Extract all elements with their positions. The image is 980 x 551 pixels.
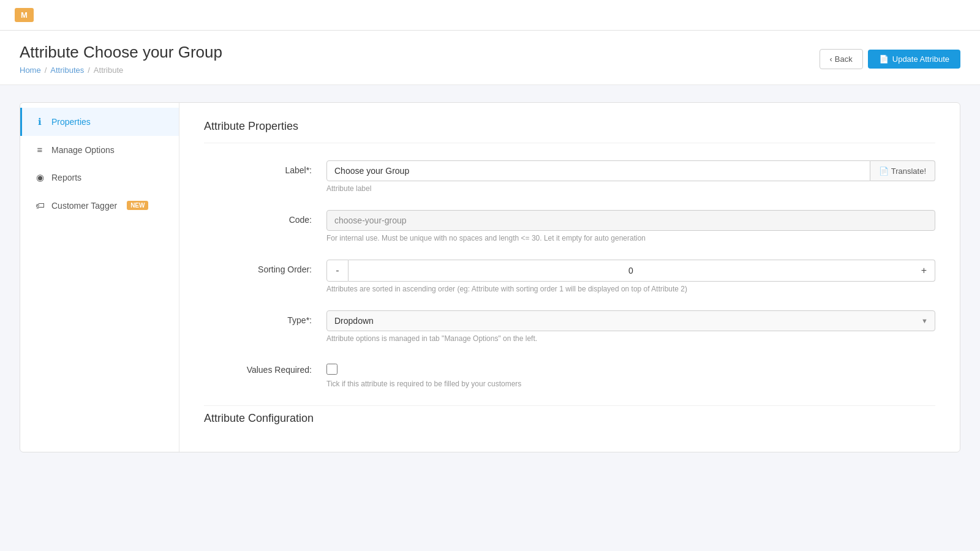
section-title: Attribute Properties — [204, 120, 935, 143]
top-bar: M — [0, 0, 980, 31]
translate-icon: 📄 — [879, 167, 889, 176]
page-header-left: Attribute Choose your Group Home / Attri… — [20, 43, 222, 75]
sidebar: ℹ Properties ≡ Manage Options ◉ Reports … — [20, 103, 179, 452]
tag-icon: 🏷 — [34, 200, 45, 211]
sort-plus-button[interactable]: + — [913, 260, 935, 282]
type-field-label: Type*: — [204, 310, 326, 325]
code-field-row: Code: For internal use. Must be unique w… — [204, 210, 935, 242]
back-chevron-icon: ‹ — [830, 54, 832, 64]
update-attribute-button[interactable]: 📄 Update Attribute — [868, 50, 960, 69]
update-label: Update Attribute — [892, 54, 949, 64]
logo: M — [15, 8, 34, 22]
sorting-order-field-row: Sorting Order: - + Attributes are sorted… — [204, 260, 935, 293]
type-field-hint: Attribute options is managed in tab "Man… — [326, 334, 935, 343]
values-required-hint: Tick if this attribute is required to be… — [326, 380, 935, 388]
type-select[interactable]: Dropdown Text Date Yes/No — [326, 310, 935, 331]
values-required-wrap: Tick if this attribute is required to be… — [326, 360, 935, 388]
sidebar-item-reports[interactable]: ◉ Reports — [20, 163, 179, 192]
breadcrumb-current: Attribute — [94, 66, 123, 75]
list-icon: ≡ — [34, 144, 45, 155]
code-field-label: Code: — [204, 210, 326, 225]
sidebar-item-manage-options-label: Manage Options — [51, 145, 115, 155]
sort-minus-button[interactable]: - — [326, 260, 349, 282]
type-field-wrap: Dropdown Text Date Yes/No Attribute opti… — [326, 310, 935, 343]
code-input[interactable] — [326, 210, 935, 231]
header-actions: ‹ Back 📄 Update Attribute — [820, 49, 960, 69]
reports-icon: ◉ — [34, 172, 45, 183]
main-card: ℹ Properties ≡ Manage Options ◉ Reports … — [20, 102, 960, 452]
sorting-order-hint: Attributes are sorted in ascending order… — [326, 285, 935, 293]
new-badge: NEW — [127, 201, 148, 210]
info-icon: ℹ — [34, 116, 45, 127]
breadcrumb-home[interactable]: Home — [20, 66, 41, 75]
sorting-control: - + — [326, 260, 935, 282]
type-select-wrap: Dropdown Text Date Yes/No — [326, 310, 935, 331]
translate-label: Translate! — [891, 167, 926, 176]
sidebar-item-properties[interactable]: ℹ Properties — [20, 108, 179, 136]
breadcrumb-sep-2: / — [88, 66, 90, 75]
content-wrapper: ℹ Properties ≡ Manage Options ◉ Reports … — [0, 85, 980, 470]
main-form: Attribute Properties Label*: 📄 Translate… — [179, 103, 960, 452]
page-header: Attribute Choose your Group Home / Attri… — [0, 31, 980, 85]
values-required-row: Values Required: Tick if this attribute … — [204, 360, 935, 388]
section-title-2: Attribute Configuration — [204, 405, 935, 435]
update-icon: 📄 — [879, 54, 889, 64]
back-button[interactable]: ‹ Back — [820, 49, 863, 69]
values-required-checkbox[interactable] — [326, 364, 337, 375]
label-input[interactable] — [326, 160, 870, 181]
breadcrumb: Home / Attributes / Attribute — [20, 66, 222, 75]
label-input-group: 📄 Translate! — [326, 160, 935, 181]
sort-value-input[interactable] — [349, 260, 913, 282]
translate-button[interactable]: 📄 Translate! — [870, 160, 935, 181]
sorting-order-label: Sorting Order: — [204, 260, 326, 274]
label-field-row: Label*: 📄 Translate! Attribute label — [204, 160, 935, 193]
type-field-row: Type*: Dropdown Text Date Yes/No Attribu… — [204, 310, 935, 343]
breadcrumb-attributes[interactable]: Attributes — [50, 66, 84, 75]
sidebar-item-customer-tagger[interactable]: 🏷 Customer Tagger NEW — [20, 192, 179, 219]
code-field-wrap: For internal use. Must be unique with no… — [326, 210, 935, 242]
sorting-order-wrap: - + Attributes are sorted in ascending o… — [326, 260, 935, 293]
sidebar-item-properties-label: Properties — [51, 117, 91, 127]
label-field-label: Label*: — [204, 160, 326, 175]
sidebar-item-manage-options[interactable]: ≡ Manage Options — [20, 136, 179, 163]
values-required-label: Values Required: — [204, 360, 326, 375]
back-label: Back — [835, 54, 853, 64]
sidebar-item-customer-tagger-label: Customer Tagger — [51, 201, 117, 211]
sidebar-item-reports-label: Reports — [51, 173, 81, 182]
label-field-hint: Attribute label — [326, 184, 935, 193]
label-field-wrap: 📄 Translate! Attribute label — [326, 160, 935, 193]
page-title: Attribute Choose your Group — [20, 43, 222, 62]
breadcrumb-sep-1: / — [45, 66, 47, 75]
code-field-hint: For internal use. Must be unique with no… — [326, 234, 935, 242]
